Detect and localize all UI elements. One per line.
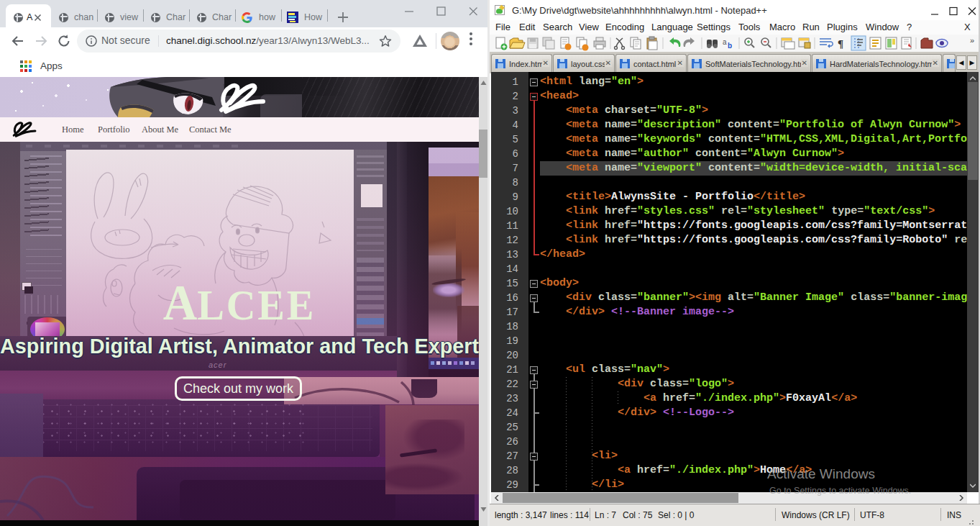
svg-text:»: »: [970, 36, 974, 45]
svg-text:b: b: [728, 42, 732, 50]
svg-text:¶: ¶: [838, 38, 843, 50]
svg-text:a: a: [723, 38, 727, 46]
